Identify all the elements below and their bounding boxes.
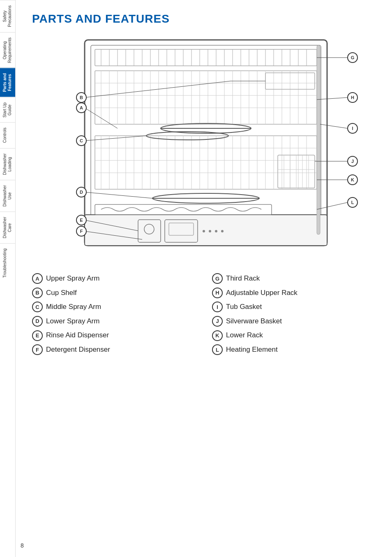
part-letter-h: H [212,288,223,298]
part-letter-e: E [32,330,43,341]
svg-text:D: D [80,190,83,195]
part-label-g: Third Rack [226,272,260,285]
part-item-c: C Middle Spray Arm [32,301,196,313]
part-item-d: D Lower Spray Arm [32,315,196,328]
svg-text:H: H [351,95,354,100]
page-number: 8 [21,542,24,549]
sidebar-tab-safety[interactable]: SafetyPrecautions [0,0,15,32]
svg-text:A: A [80,105,83,110]
svg-line-138 [320,124,348,128]
svg-text:G: G [351,55,355,60]
part-item-k: K Lower Rack [212,329,376,342]
sidebar-tab-operating[interactable]: OperatingRequirements [0,32,15,68]
part-item-g: G Third Rack [212,272,376,285]
svg-text:L: L [351,200,354,205]
part-label-d: Lower Spray Arm [46,315,99,328]
part-letter-a: A [32,273,43,284]
svg-point-108 [203,230,205,232]
part-letter-f: F [32,344,43,355]
part-letter-j: J [212,316,223,327]
part-item-h: H Adjustable Upper Rack [212,287,376,299]
part-label-h: Adjustable Upper Rack [226,287,297,299]
part-label-a: Upper Spray Arm [46,272,99,285]
part-label-l: Heating Element [226,343,278,356]
sidebar-tab-startup[interactable]: Start UpGuide [0,97,15,123]
svg-line-123 [85,192,152,198]
svg-text:C: C [80,138,83,143]
part-label-k: Lower Rack [226,329,263,342]
svg-line-135 [317,97,348,100]
svg-text:J: J [351,159,354,164]
part-label-f: Detergent Dispenser [46,343,110,356]
sidebar-tab-troubleshooting[interactable]: Troubleshooting [0,243,15,283]
part-item-j: J Silverware Basket [212,315,376,328]
part-letter-g: G [212,273,223,284]
svg-point-110 [215,230,217,232]
sidebar: SafetyPrecautions OperatingRequirements … [0,0,16,557]
svg-text:B: B [80,95,83,100]
part-label-i: Tub Gasket [226,301,262,313]
svg-rect-112 [317,45,320,234]
svg-text:I: I [352,126,353,131]
parts-diagram: A B C D E F G [32,34,376,264]
part-item-f: F Detergent Dispenser [32,343,196,356]
part-item-l: L Heating Element [212,343,376,356]
sidebar-tab-controls[interactable]: Controls [0,122,15,148]
diagram-container: A B C D E F G [32,34,376,264]
svg-text:E: E [80,218,83,223]
part-item-e: E Rinse Aid Dispenser [32,329,196,342]
part-letter-i: I [212,302,223,312]
part-item-b: B Cup Shelf [32,287,196,299]
part-item-i: I Tub Gasket [212,301,376,313]
part-letter-l: L [212,344,223,355]
part-letter-c: C [32,302,43,312]
svg-rect-2 [85,215,327,246]
sidebar-tab-use[interactable]: DishwasherUse [0,180,15,211]
part-item-a: A Upper Spray Arm [32,272,196,285]
page-title: PARTS AND FEATURES [32,12,376,26]
svg-rect-103 [95,204,272,215]
svg-point-111 [221,230,224,232]
svg-text:F: F [80,229,83,234]
svg-line-147 [317,202,348,209]
svg-rect-3 [95,49,317,66]
svg-line-120 [85,136,146,141]
svg-rect-63 [95,136,317,189]
sidebar-tab-care[interactable]: DishwasherCare [0,211,15,243]
sidebar-tab-loading[interactable]: DishwasherLoading [0,148,15,180]
svg-line-117 [85,81,231,97]
part-letter-b: B [32,288,43,298]
part-letter-d: D [32,316,43,327]
part-letter-k: K [212,330,223,341]
part-label-j: Silverware Basket [226,315,282,328]
sidebar-tab-parts[interactable]: Parts andFeatures [0,68,15,97]
svg-point-109 [209,230,211,232]
parts-list: A Upper Spray Arm G Third Rack B Cup She… [32,272,376,356]
part-label-b: Cup Shelf [46,287,77,299]
main-content: PARTS AND FEATURES [16,0,392,557]
part-label-c: Middle Spray Arm [46,301,101,313]
svg-rect-1 [91,45,321,234]
svg-rect-30 [95,71,317,124]
part-label-e: Rinse Aid Dispenser [46,329,109,342]
svg-text:K: K [351,177,354,182]
